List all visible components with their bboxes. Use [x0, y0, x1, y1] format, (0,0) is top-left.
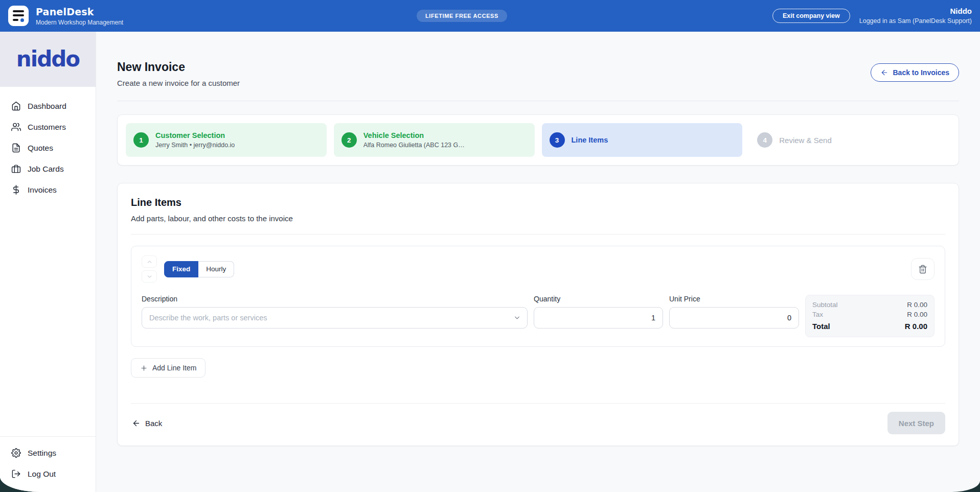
- sidebar-item-label: Settings: [28, 449, 56, 458]
- page-header-text: New Invoice Create a new invoice for a c…: [117, 60, 240, 87]
- sidebar-item-label: Log Out: [28, 470, 56, 479]
- page-subtitle: Create a new invoice for a customer: [117, 79, 240, 87]
- tax-value: R 0.00: [907, 310, 927, 319]
- unit-price-input[interactable]: [669, 307, 799, 329]
- description-label: Description: [142, 295, 528, 303]
- description-field-group: Description: [142, 295, 528, 337]
- body: niddo Dashboard Customers Quotes: [0, 32, 980, 492]
- briefcase-icon: [11, 164, 21, 174]
- brand-tagline: Modern Workshop Management: [36, 19, 123, 26]
- step-vehicle-selection[interactable]: 2 Vehicle Selection Alfa Romeo Giulietta…: [334, 123, 535, 157]
- line-items-title: Line Items: [131, 197, 945, 208]
- users-icon: [11, 122, 21, 132]
- step-review-send: 4 Review & Send: [749, 123, 950, 157]
- brand-name: PanelDesk: [36, 6, 123, 17]
- back-button[interactable]: Back: [131, 417, 163, 430]
- line-item-controls: Fixed Hourly: [142, 255, 935, 283]
- app-window: PanelDesk Modern Workshop Management LIF…: [0, 0, 980, 492]
- sidebar-item-label: Invoices: [28, 185, 57, 195]
- line-items-header: Line Items Add parts, labour, and other …: [131, 197, 945, 235]
- home-icon: [11, 101, 21, 111]
- total-label: Total: [812, 321, 830, 332]
- dollar-icon: [11, 185, 21, 195]
- sidebar-item-job-cards[interactable]: Job Cards: [7, 161, 88, 177]
- step-subtitle: Jerry Smith • jerry@niddo.io: [155, 142, 235, 149]
- step-subtitle: Alfa Romeo Giulietta (ABC 123 G…: [363, 142, 465, 149]
- tax-row: Tax R 0.00: [812, 310, 927, 319]
- sidebar-item-label: Quotes: [28, 144, 53, 153]
- exit-company-view-button[interactable]: Exit company view: [772, 9, 850, 23]
- page-title: New Invoice: [117, 60, 240, 74]
- document-icon: [11, 143, 21, 153]
- screen: PanelDesk Modern Workshop Management LIF…: [0, 0, 980, 492]
- rate-type-toggle: Fixed Hourly: [164, 261, 234, 277]
- total-row: Total R 0.00: [812, 321, 927, 332]
- sidebar-item-label: Customers: [28, 123, 66, 132]
- subtotal-value: R 0.00: [907, 300, 927, 310]
- top-navbar: PanelDesk Modern Workshop Management LIF…: [0, 0, 980, 32]
- invoice-stepper: 1 Customer Selection Jerry Smith • jerry…: [117, 114, 959, 166]
- brand: PanelDesk Modern Workshop Management: [8, 6, 162, 26]
- delete-line-item-button[interactable]: [911, 258, 935, 280]
- back-to-invoices-label: Back to Invoices: [893, 68, 950, 77]
- topbar-right: Exit company view Niddo Logged in as Sam…: [762, 7, 972, 25]
- add-line-item-label: Add Line Item: [152, 364, 196, 372]
- paneldesk-logo-icon: [8, 6, 29, 26]
- arrow-left-icon: [880, 68, 888, 77]
- chevron-down-icon: [146, 273, 153, 280]
- user-info: Niddo Logged in as Sam (PanelDesk Suppor…: [859, 7, 972, 25]
- step-number-badge: 1: [133, 132, 149, 148]
- sidebar-item-quotes[interactable]: Quotes: [7, 140, 88, 156]
- chevron-up-icon: [146, 259, 153, 265]
- company-name: Niddo: [859, 7, 972, 16]
- next-step-button[interactable]: Next Step: [887, 412, 945, 434]
- quantity-label: Quantity: [534, 295, 663, 303]
- back-label: Back: [145, 419, 162, 428]
- back-to-invoices-button[interactable]: Back to Invoices: [871, 63, 960, 82]
- brand-text: PanelDesk Modern Workshop Management: [36, 6, 123, 26]
- move-down-button[interactable]: [142, 270, 157, 283]
- unit-price-label: Unit Price: [669, 295, 799, 303]
- fixed-toggle-button[interactable]: Fixed: [164, 261, 198, 277]
- plus-icon: [140, 364, 148, 372]
- sidebar-item-customers[interactable]: Customers: [7, 119, 88, 135]
- line-item-summary: Subtotal R 0.00 Tax R 0.00 Total R 0.00: [805, 295, 935, 337]
- page-header: New Invoice Create a new invoice for a c…: [117, 60, 959, 101]
- quantity-field-group: Quantity: [534, 295, 663, 337]
- sidebar-item-dashboard[interactable]: Dashboard: [7, 98, 88, 114]
- gear-icon: [11, 448, 21, 458]
- logout-icon: [11, 469, 21, 479]
- reorder-controls: [142, 255, 157, 283]
- description-input[interactable]: [142, 307, 528, 329]
- subtotal-row: Subtotal R 0.00: [812, 300, 927, 310]
- step-title: Customer Selection: [155, 131, 235, 139]
- main-content: New Invoice Create a new invoice for a c…: [96, 32, 980, 492]
- line-item-fields: Description Quantity: [142, 295, 935, 337]
- step-title: Vehicle Selection: [363, 131, 465, 139]
- add-line-item-button[interactable]: Add Line Item: [131, 358, 206, 378]
- step-number-badge: 3: [550, 132, 565, 148]
- move-up-button[interactable]: [142, 255, 157, 268]
- line-items-card: Line Items Add parts, labour, and other …: [117, 183, 959, 446]
- sidebar-item-log-out[interactable]: Log Out: [7, 466, 88, 482]
- arrow-left-icon: [132, 419, 141, 428]
- total-value: R 0.00: [905, 321, 927, 332]
- step-line-items[interactable]: 3 Line Items: [542, 123, 743, 157]
- step-title: Review & Send: [779, 136, 832, 145]
- wizard-footer: Back Next Step: [131, 403, 945, 446]
- unit-price-field-group: Unit Price: [669, 295, 799, 337]
- sidebar-nav: Dashboard Customers Quotes Job Cards: [0, 87, 96, 198]
- tax-label: Tax: [812, 310, 823, 319]
- hourly-toggle-button[interactable]: Hourly: [198, 261, 234, 277]
- quantity-input[interactable]: [534, 307, 663, 329]
- sidebar: niddo Dashboard Customers Quotes: [0, 32, 96, 492]
- logged-in-as: Logged in as Sam (PanelDesk Support): [859, 17, 972, 26]
- sidebar-item-settings[interactable]: Settings: [7, 445, 88, 461]
- line-item-row: Fixed Hourly Description: [131, 246, 945, 347]
- subtotal-label: Subtotal: [812, 300, 838, 310]
- sidebar-item-invoices[interactable]: Invoices: [7, 182, 88, 198]
- step-number-badge: 4: [757, 132, 772, 148]
- step-number-badge: 2: [341, 132, 357, 148]
- step-customer-selection[interactable]: 1 Customer Selection Jerry Smith • jerry…: [126, 123, 327, 157]
- niddo-logo: niddo: [0, 32, 96, 87]
